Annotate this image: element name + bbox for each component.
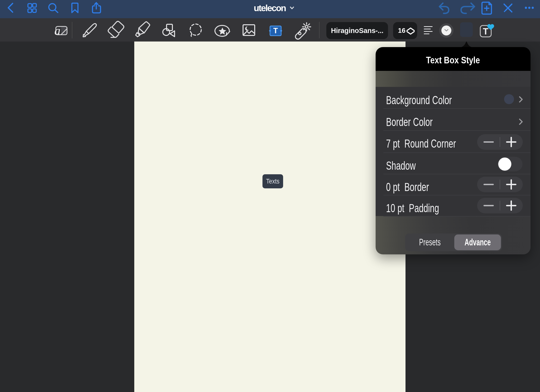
svg-text:utelecon: utelecon [254,3,286,13]
svg-text:16: 16 [398,27,405,34]
svg-text:a: a [54,24,60,37]
svg-text:T: T [273,26,278,35]
svg-text:T: T [483,26,489,36]
